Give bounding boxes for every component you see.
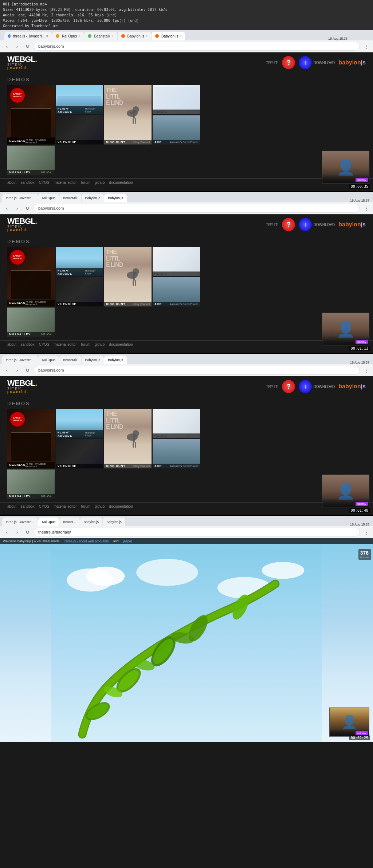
address-bar-3[interactable] [34,366,360,374]
reload-button-4[interactable]: ↻ [23,528,31,536]
tab-babylon2-4[interactable]: Babylon.js [103,518,125,526]
back-button-2[interactable]: ‹ [3,204,11,212]
tab-close-4[interactable]: × [146,34,148,38]
nav-material-2[interactable]: material editor [54,342,76,346]
address-bar-1[interactable] [34,42,360,51]
download-btn-3[interactable]: ↓ DOWNLOAD [299,380,335,393]
tile-mansion-1[interactable]: LATEST UPDATE MANSION 75 MB by Michel Ro… [7,85,55,144]
nav-about-3[interactable]: about [7,504,16,508]
tab-babylon2[interactable]: Babylon.js × [152,32,185,40]
nav-forum-2[interactable]: forum [81,342,91,346]
tab-beanstalk-4[interactable]: Beanst... [59,518,80,526]
forward-button-3[interactable]: › [13,366,21,374]
nav-docs-2[interactable]: documentation [109,342,133,346]
nav-cyos-2[interactable]: CYOS [39,342,49,346]
kai-toolbar-link2[interactable]: jasper [123,539,132,543]
help-circle-3[interactable]: ? [282,380,295,393]
address-bar-4[interactable] [34,528,360,536]
tab-babylon1-2[interactable]: Babylon.js [82,194,104,202]
tile-mansion-3[interactable]: LATESTUPDATE MANSION 75 MB by Michel Rou… [7,409,55,468]
tab-babylon2-3[interactable]: Babylon.js [104,356,127,364]
tile-mansion-2[interactable]: LATESTUPDATE MANSION 75 MB by Michel Rou… [7,247,55,306]
webgl-logo-1: WEBGL. simple. powerful. [7,55,37,70]
back-button-4[interactable]: ‹ [3,528,11,536]
nav-forum-3[interactable]: forum [81,504,91,508]
nav-forum-1[interactable]: forum [81,181,91,185]
menu-button-2[interactable]: ⋮ [362,204,370,212]
tile-retail-2[interactable]: RETAIL 3 MB by Michel Rousseau [153,247,200,276]
tile-v8-2[interactable]: V8 ENGINE [56,277,103,306]
nav-material-1[interactable]: material editor [54,181,76,185]
forward-button-4[interactable]: › [13,528,21,536]
tab-babylon2-2[interactable]: Babylon.js [104,194,127,202]
back-button-1[interactable]: ‹ [3,42,11,50]
nav-material-3[interactable]: material editor [54,504,76,508]
tab-close-1[interactable]: × [46,34,48,38]
forward-button-1[interactable]: › [13,42,21,50]
try-it-label-3[interactable]: TRY IT! [266,385,278,389]
tab-threejs-4[interactable]: three.js - Javascri... [2,518,38,526]
kai-toolbar-link[interactable]: Three.js - about web programs [64,539,109,543]
tile-flight-2[interactable]: FLIGHT ARCADE Microsoft Edge [56,247,103,276]
tile-millvalley-3[interactable]: MILLVALLEYMB - Ori... [7,469,55,499]
tab-babylon1-3[interactable]: Babylon.js [82,356,104,364]
tile-millvalley-1[interactable]: MILLVALLEY MB - Ori... [7,146,55,175]
forward-button-2[interactable]: › [13,204,21,212]
tab-babylon1[interactable]: Babylon.js × [118,32,151,40]
tab-beanstalk-2[interactable]: Beanstalk [59,194,81,202]
menu-button-4[interactable]: ⋮ [362,528,370,536]
nav-about-1[interactable]: about [7,181,16,185]
tile-acr-2[interactable]: ACR Assassin's Creed Pirates [153,277,200,306]
help-circle-1[interactable]: ? [282,56,295,69]
nav-sandbox-3[interactable]: sandbox [21,504,35,508]
tab-babylon1-4[interactable]: Babylon.js [80,518,103,526]
tile-v8-1[interactable]: V8 ENGINE [56,115,103,144]
tile-flight-3[interactable]: FLIGHT ARCADE Microsoft Edge [56,409,103,438]
tile-retail-1[interactable]: RETAIL 3 MB by Michel Rousseau [153,85,200,114]
tile-millvalley-2[interactable]: MILLVALLEYMB - Ori... [7,308,55,337]
tab-threejs-3[interactable]: three.js - Javascri... [2,356,38,364]
nav-cyos-3[interactable]: CYOS [39,504,49,508]
tab-close-5[interactable]: × [180,34,181,38]
try-it-label-2[interactable]: TRY IT! [266,223,278,227]
tab-threejs[interactable]: three.js - Javascri... × [4,32,52,40]
tab-beanstalk-3[interactable]: Beanstalk [59,356,81,364]
reload-button-1[interactable]: ↻ [23,42,31,50]
download-btn-2[interactable]: ↓ DOWNLOAD [299,218,335,231]
dino-title-overlay-2: THELITTLE LIND [106,249,123,268]
tab-close-2[interactable]: × [78,34,80,38]
nav-docs-1[interactable]: documentation [109,181,133,185]
tab-kai-2[interactable]: Kai Opus [38,194,59,202]
tab-kai[interactable]: Kai Opus × [52,32,84,40]
tile-dino-1[interactable]: THELITTLE LIND DINO HUNT History Channel [104,85,152,144]
try-it-label-1[interactable]: TRY IT! [266,61,278,65]
tab-kai-4[interactable]: Kai Opus [38,518,59,526]
nav-about-2[interactable]: about [7,342,16,346]
download-btn-1[interactable]: ↓ DOWNLOAD [299,56,335,69]
menu-button-1[interactable]: ⋮ [362,42,370,50]
tab-threejs-2[interactable]: three.js - Javascri... [2,194,38,202]
tile-acr-3[interactable]: ACR Assassin's Creed Pirates [153,439,200,468]
tile-retail-3[interactable]: RETAIL 3 MB by Michel Rousseau [153,409,200,438]
tab-kai-3[interactable]: Kai Opus [38,356,59,364]
reload-button-2[interactable]: ↻ [23,204,31,212]
tile-acr-1[interactable]: ACR Assassin's Creed Pirates [153,115,200,144]
tile-flight-1[interactable]: FLIGHT ARCADE Microsoft Edge [56,85,103,114]
reload-button-3[interactable]: ↻ [23,366,31,374]
back-button-3[interactable]: ‹ [3,366,11,374]
menu-button-3[interactable]: ⋮ [362,366,370,374]
help-circle-2[interactable]: ? [282,218,295,231]
tile-dino-2[interactable]: THELITTLE LIND DINO HUNT History Channel [104,247,152,306]
nav-github-2[interactable]: github [95,342,105,346]
tile-dino-3[interactable]: THELITTLE LIND DINO HUNT History Channel [104,409,152,468]
nav-github-1[interactable]: github [95,181,105,185]
address-bar-2[interactable] [34,204,360,213]
nav-cyos-1[interactable]: CYOS [39,181,49,185]
nav-sandbox-1[interactable]: sandbox [21,181,35,185]
tab-close-3[interactable]: × [111,34,113,38]
tab-beanstalk[interactable]: Beanstalk × [84,32,117,40]
nav-github-3[interactable]: github [95,504,105,508]
nav-sandbox-2[interactable]: sandbox [21,342,35,346]
tile-v8-3[interactable]: V8 ENGINE [56,439,103,468]
nav-docs-3[interactable]: documentation [109,504,133,508]
